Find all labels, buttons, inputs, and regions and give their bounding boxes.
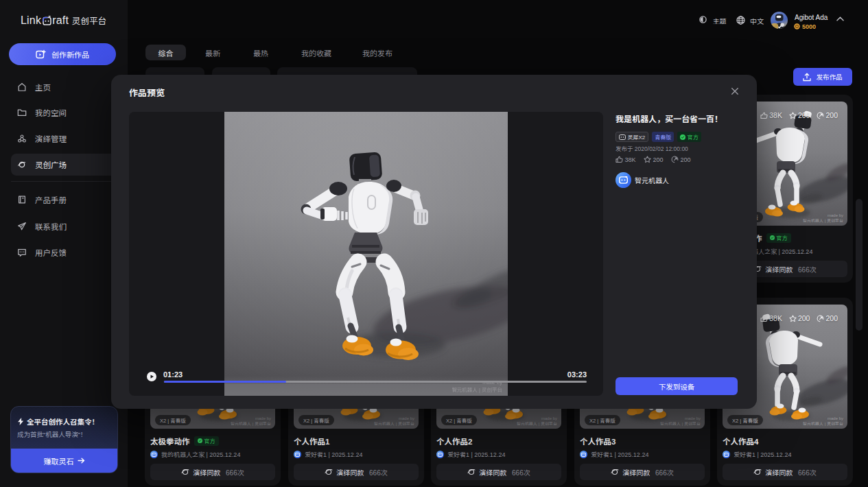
svg-text:智元机器人 | 灵创平台: 智元机器人 | 灵创平台 [451, 387, 502, 393]
